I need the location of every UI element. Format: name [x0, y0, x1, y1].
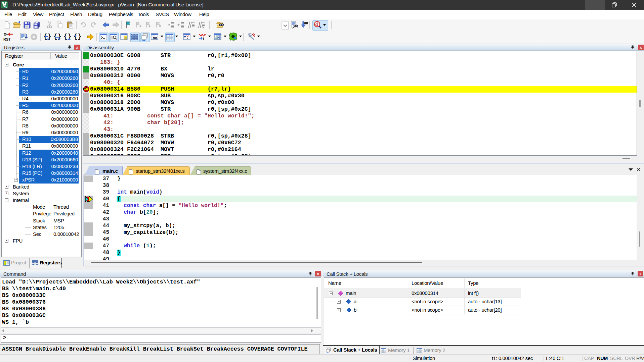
svg-text:S: S — [125, 36, 127, 40]
svg-text:5: 5 — [5, 5, 7, 9]
svg-text:d: d — [315, 22, 318, 27]
svg-text:{}: {} — [53, 33, 61, 41]
svg-text:RST: RST — [3, 37, 11, 41]
svg-text:t: t — [203, 37, 204, 41]
svg-text:{}: {} — [74, 33, 81, 41]
